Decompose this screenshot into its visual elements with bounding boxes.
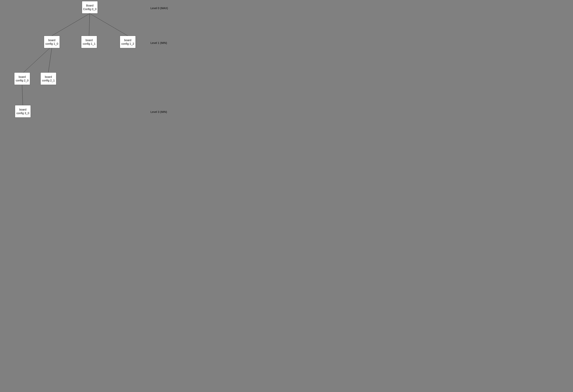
edge-n00-n10 (52, 14, 90, 36)
node-0-0-line1: Board (86, 4, 93, 7)
edge-n00-n11 (89, 14, 90, 36)
node-1-0-line1: board (48, 38, 55, 42)
node-2-1-line2: config 2_1 (42, 79, 55, 82)
node-2-0-line1: board (19, 75, 26, 79)
edge-n00-n12 (90, 14, 128, 36)
node-1-2-line1: board (124, 38, 131, 42)
node-0-0-line2: Config 0_0 (83, 7, 96, 11)
node-3-0: board config 3_0 (15, 105, 31, 118)
node-1-2: board config 1_2 (120, 36, 136, 48)
level-label-0: Level 0 (MAX) (150, 7, 168, 10)
node-2-0-line2: config 2_0 (16, 79, 28, 82)
node-3-0-line1: board (19, 108, 26, 111)
node-0-0: Board Config 0_0 (82, 1, 98, 14)
node-1-0: board config 1_0 (44, 36, 60, 48)
node-3-0-line2: config 3_0 (17, 111, 29, 115)
node-2-0: board config 2_0 (14, 72, 30, 85)
node-1-2-line2: config 1_2 (121, 42, 134, 46)
edge-layer (0, 0, 172, 118)
edge-n10-n21 (48, 48, 52, 72)
node-1-0-line2: config 1_0 (45, 42, 58, 46)
edge-n20-n30 (22, 85, 23, 105)
diagram-canvas: Board Config 0_0 board config 1_0 board … (0, 0, 172, 118)
node-1-1-line1: board (86, 38, 93, 42)
node-1-1: board config 1_1 (81, 36, 97, 48)
level-label-1: Level 1 (MIN) (150, 41, 167, 45)
node-1-1-line2: config 1_1 (83, 42, 95, 46)
edge-n10-n20 (23, 48, 50, 72)
node-2-1-line1: board (45, 75, 52, 79)
level-label-3: Level 3 (MIN) (150, 110, 167, 114)
node-2-1: board config 2_1 (40, 72, 56, 85)
